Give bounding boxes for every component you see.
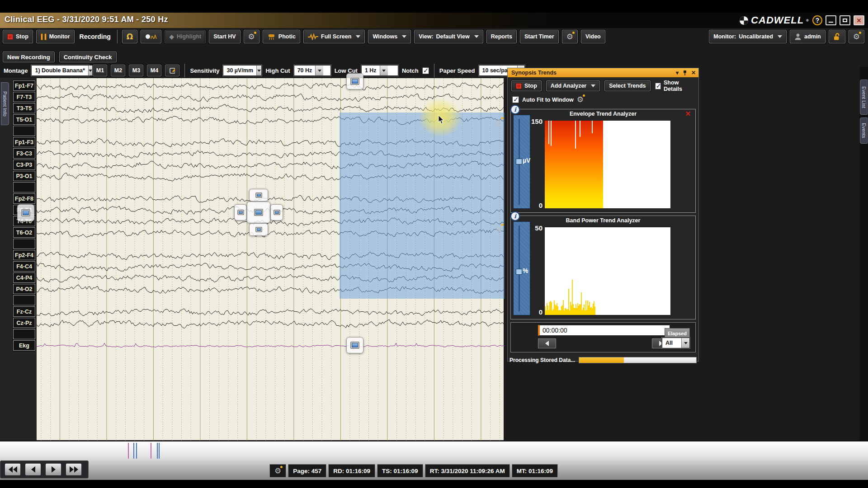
- channel-label[interactable]: F3-C3: [13, 148, 35, 159]
- panel-dropdown-icon[interactable]: ▾: [676, 70, 679, 76]
- patient-info-tab[interactable]: Patient Info: [1, 82, 9, 125]
- first-page-button[interactable]: [5, 463, 21, 476]
- trend-scroll-left-button[interactable]: [538, 338, 556, 348]
- channel-label[interactable]: C4-P4: [13, 272, 35, 283]
- view-select[interactable]: View:Default View: [414, 30, 483, 43]
- trend-range-select[interactable]: All: [662, 338, 690, 348]
- channel-label[interactable]: T3-T5: [13, 103, 35, 113]
- montage-m1-button[interactable]: M1: [93, 65, 107, 76]
- system-settings-button[interactable]: ⚙: [849, 30, 864, 43]
- channel-label[interactable]: Ekg: [13, 340, 35, 351]
- last-page-button[interactable]: [66, 463, 82, 476]
- analyzer-settings-icon[interactable]: ⚙: [495, 118, 502, 127]
- band-power-chart[interactable]: [544, 227, 671, 315]
- video-button[interactable]: Video: [581, 30, 605, 43]
- envelope-chart[interactable]: [544, 120, 671, 209]
- next-page-button[interactable]: [45, 463, 61, 476]
- slider-handle[interactable]: [516, 269, 522, 275]
- hv-settings-button[interactable]: ⚙: [244, 30, 259, 43]
- channel-label[interactable]: Fp2-F8: [13, 193, 35, 204]
- pan-nav-right-button[interactable]: [270, 204, 283, 221]
- select-trends-button[interactable]: Select Trends: [604, 80, 650, 91]
- highlight-button[interactable]: ◆Highlight: [165, 30, 206, 43]
- pan-up-button[interactable]: [346, 73, 363, 89]
- timeline-strip[interactable]: ⚙ Page: 457 RD: 01:16:09 TS: 01:16:09 RT…: [0, 441, 868, 480]
- event-marker[interactable]: [151, 443, 151, 459]
- add-analyzer-button[interactable]: Add Analyzer: [546, 80, 600, 91]
- montage-m3-button[interactable]: M3: [129, 65, 143, 76]
- user-button[interactable]: admin: [790, 30, 826, 43]
- continuity-check-button[interactable]: Continuity Check: [59, 52, 117, 62]
- timer-settings-button[interactable]: ⚙: [562, 30, 578, 43]
- new-recording-button[interactable]: New Recording: [3, 52, 55, 62]
- edit-montage-button[interactable]: [165, 65, 179, 76]
- info-icon[interactable]: i: [510, 211, 520, 221]
- pan-left-button[interactable]: [17, 204, 34, 221]
- montage-select[interactable]: 1) Double Banana*: [31, 65, 89, 76]
- auto-fit-checkbox[interactable]: [512, 96, 519, 103]
- sensitivity-select[interactable]: 30 µV/mm: [223, 65, 262, 76]
- notch-checkbox[interactable]: [422, 67, 429, 74]
- event-marker[interactable]: [136, 443, 137, 459]
- channel-label[interactable]: T5-O1: [13, 114, 35, 125]
- slider-handle[interactable]: [516, 159, 522, 164]
- event-marker-button[interactable]: [141, 30, 161, 43]
- panel-close-icon[interactable]: ✕: [691, 70, 696, 76]
- lock-button[interactable]: [829, 30, 845, 43]
- analyzer-close-icon[interactable]: ✕: [685, 110, 691, 118]
- pin-icon[interactable]: [683, 70, 687, 76]
- gear-icon[interactable]: ⚙: [577, 96, 584, 103]
- reports-button[interactable]: Reports: [486, 30, 517, 43]
- close-button[interactable]: ✕: [854, 15, 864, 25]
- channel-label[interactable]: C3-P3: [13, 160, 35, 170]
- impedance-button[interactable]: Ω: [122, 30, 137, 43]
- pan-nav-down-button[interactable]: [249, 223, 268, 236]
- stop-button[interactable]: Stop: [3, 30, 33, 43]
- channel-label[interactable]: P3-O1: [13, 171, 35, 181]
- monitor-calibration-select[interactable]: Monitor:Uncalibrated: [709, 30, 787, 43]
- monitor-button[interactable]: Monitor: [36, 30, 75, 43]
- event-list-tab[interactable]: Event List: [860, 80, 868, 115]
- channel-label[interactable]: T6-O2: [13, 227, 35, 238]
- start-hv-button[interactable]: Start HV: [209, 30, 240, 43]
- channel-label[interactable]: F4-C4: [13, 261, 35, 272]
- photic-button[interactable]: Photic: [263, 30, 300, 43]
- eeg-paper[interactable]: [36, 78, 504, 441]
- analyzer-settings-icon[interactable]: ⚙: [495, 225, 502, 234]
- trends-stop-button[interactable]: Stop: [511, 80, 542, 91]
- montage-m4-button[interactable]: M4: [147, 65, 161, 76]
- pan-nav-left-button[interactable]: [234, 204, 247, 221]
- info-icon[interactable]: i: [510, 105, 520, 114]
- channel-label[interactable]: Fp1-F7: [13, 80, 35, 91]
- channel-label[interactable]: Fz-Cz: [13, 306, 35, 317]
- pan-nav-up-button[interactable]: [249, 189, 268, 202]
- pan-down-button[interactable]: [346, 337, 363, 353]
- start-timer-button[interactable]: Start Timer: [520, 30, 559, 43]
- show-details-checkbox[interactable]: [655, 83, 661, 89]
- windows-button[interactable]: Windows: [368, 30, 411, 43]
- high-cut-select[interactable]: 70 Hz: [294, 65, 331, 76]
- minimize-button[interactable]: [826, 15, 836, 25]
- montage-m2-button[interactable]: M2: [111, 65, 125, 76]
- low-cut-select[interactable]: 1 Hz: [361, 65, 398, 76]
- maximize-button[interactable]: [840, 15, 850, 25]
- event-marker[interactable]: [133, 443, 134, 459]
- channel-label[interactable]: Fp2-F4: [13, 250, 35, 260]
- event-marker[interactable]: [128, 443, 129, 459]
- band-power-scale-slider[interactable]: %: [513, 221, 530, 315]
- events-tab[interactable]: Events: [860, 117, 868, 144]
- event-marker[interactable]: [159, 443, 160, 459]
- channel-label[interactable]: Fp1-F3: [13, 137, 35, 147]
- pan-nav-center-button[interactable]: [247, 202, 270, 223]
- channel-label[interactable]: P4-O2: [13, 284, 35, 294]
- synopsis-trends-header[interactable]: Synopsis Trends ▾ ✕: [508, 68, 698, 77]
- trend-time-field[interactable]: 00:00:00: [538, 325, 670, 336]
- help-button[interactable]: ?: [812, 15, 822, 25]
- previous-page-button[interactable]: [25, 463, 41, 476]
- full-screen-button[interactable]: Full Screen: [303, 30, 365, 43]
- channel-label[interactable]: F7-T3: [13, 92, 35, 102]
- channel-label[interactable]: Cz-Pz: [13, 318, 35, 328]
- event-marker[interactable]: [157, 443, 158, 459]
- envelope-scale-slider[interactable]: µV: [513, 115, 530, 209]
- status-settings-button[interactable]: ⚙: [269, 464, 286, 478]
